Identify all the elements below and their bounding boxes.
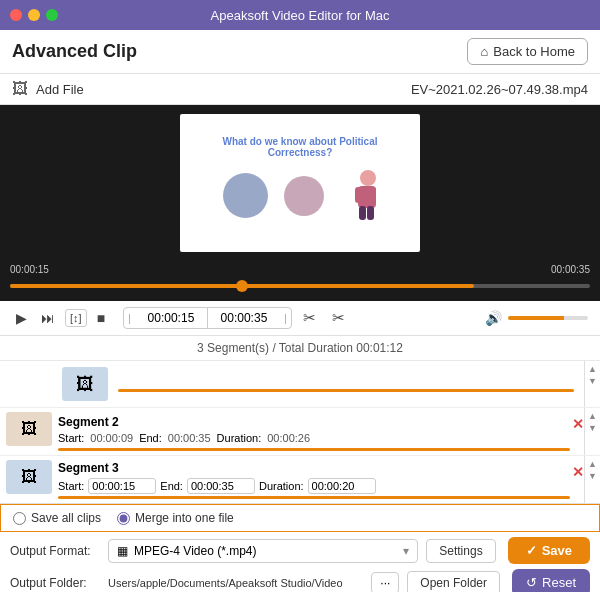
save-all-clips-option[interactable]: Save all clips <box>13 511 101 525</box>
seg3-down-arrow[interactable]: ▼ <box>588 471 597 481</box>
segment-3-meta: Start: End: Duration: <box>58 478 564 494</box>
timeline-track[interactable] <box>10 277 590 295</box>
controls-bar: ▶ ⏭ [↕] ■ | 00:00:15 00:00:35 | ✂ ✂ 🔊 <box>0 301 600 336</box>
time-bracket-right: | <box>280 310 291 326</box>
reset-icon: ↺ <box>526 575 537 590</box>
play-button[interactable]: ▶ <box>12 308 31 328</box>
volume-icon: 🔊 <box>485 310 502 326</box>
clip-button[interactable]: ✂ <box>298 307 321 329</box>
figure-icon <box>340 168 378 223</box>
format-icon: ▦ <box>117 544 128 558</box>
frame-step-button[interactable]: [↕] <box>65 309 87 327</box>
seg2-end-value: 00:00:35 <box>168 432 211 444</box>
folder-label: Output Folder: <box>10 576 100 590</box>
video-caption: What do we know about Political Correctn… <box>190 136 410 158</box>
segment-3-title: Segment 3 <box>58 461 564 475</box>
video-frame: What do we know about Political Correctn… <box>180 114 420 252</box>
back-home-button[interactable]: ⌂ Back to Home <box>467 38 588 65</box>
window-controls <box>10 9 58 21</box>
seg2-up-arrow[interactable]: ▲ <box>588 411 597 421</box>
segments-list: 🖼 ▲ ▼ 🖼 Segment 2 Start: 00:00:09 End: 0… <box>0 361 600 504</box>
reset-button[interactable]: ↺ Reset <box>512 569 590 592</box>
seg3-up-arrow[interactable]: ▲ <box>588 459 597 469</box>
svg-rect-3 <box>368 187 376 203</box>
save-all-clips-radio[interactable] <box>13 512 26 525</box>
video-circles <box>223 168 378 223</box>
seg2-dur-value: 00:00:26 <box>267 432 310 444</box>
home-icon: ⌂ <box>480 44 488 59</box>
timeline-end-label: 00:00:35 <box>551 264 590 275</box>
scroll-up-arrow[interactable]: ▲ <box>588 364 597 374</box>
seg2-down-arrow[interactable]: ▼ <box>588 423 597 433</box>
volume-slider[interactable] <box>508 316 588 320</box>
close-window-button[interactable] <box>10 9 22 21</box>
seg3-end-label: End: <box>160 480 183 492</box>
save-check-icon: ✓ <box>526 543 537 558</box>
format-label: Output Format: <box>10 544 100 558</box>
stop-button[interactable]: ■ <box>93 308 109 328</box>
segment-2-meta: Start: 00:00:09 End: 00:00:35 Duration: … <box>58 432 564 444</box>
svg-rect-4 <box>359 206 366 220</box>
open-folder-button[interactable]: Open Folder <box>407 571 500 593</box>
svg-point-0 <box>360 170 376 186</box>
segment-3-thumb: 🖼 <box>6 460 52 494</box>
browse-folder-button[interactable]: ··· <box>371 572 399 593</box>
timeline-start-label: 00:00:15 <box>10 264 49 275</box>
circle-left <box>223 173 268 218</box>
add-file-icon: 🖼 <box>12 80 28 98</box>
segments-info: 3 Segment(s) / Total Duration 00:01:12 <box>0 336 600 361</box>
timeline-area[interactable]: 00:00:15 00:00:35 <box>0 260 600 301</box>
save-button[interactable]: ✓ Save <box>508 537 590 564</box>
video-preview-area: What do we know about Political Correctn… <box>0 105 600 260</box>
segment-2-bar-area <box>0 448 600 455</box>
segment-1-bar <box>118 389 574 392</box>
timeline-thumb[interactable] <box>236 280 248 292</box>
time-start-input[interactable]: 00:00:15 <box>135 308 207 328</box>
time-range-input[interactable]: | 00:00:15 00:00:35 | <box>123 307 292 329</box>
save-all-clips-label: Save all clips <box>31 511 101 525</box>
merge-label: Merge into one file <box>135 511 234 525</box>
header: Advanced Clip ⌂ Back to Home <box>0 30 600 74</box>
file-name: EV~2021.02.26~07.49.38.mp4 <box>411 82 588 97</box>
merge-radio[interactable] <box>117 512 130 525</box>
app-title: Apeaksoft Video Editor for Mac <box>211 8 390 23</box>
time-end-input[interactable]: 00:00:35 <box>208 308 280 328</box>
output-area: Output Format: ▦ MPEG-4 Video (*.mp4) ▾ … <box>0 532 600 592</box>
segment-scroll-arrows: ▲ ▼ <box>584 361 600 407</box>
chevron-down-icon: ▾ <box>403 544 409 558</box>
segment-3-remove-button[interactable]: ✕ <box>572 464 584 480</box>
seg2-end-label: End: <box>139 432 162 444</box>
segment-2-thumb: 🖼 <box>6 412 52 446</box>
svg-rect-2 <box>355 187 363 203</box>
scissors-button[interactable]: ✂ <box>327 307 350 329</box>
maximize-window-button[interactable] <box>46 9 58 21</box>
page-title: Advanced Clip <box>12 41 137 62</box>
segment-2-row: 🖼 Segment 2 Start: 00:00:09 End: 00:00:3… <box>0 407 600 455</box>
merge-option[interactable]: Merge into one file <box>117 511 234 525</box>
segment-1-thumb: 🖼 <box>62 367 108 401</box>
segment-2-title: Segment 2 <box>58 415 564 429</box>
minimize-window-button[interactable] <box>28 9 40 21</box>
action-buttons: ✓ Save <box>508 537 590 564</box>
settings-button[interactable]: Settings <box>426 539 495 563</box>
timeline-labels: 00:00:15 00:00:35 <box>10 264 590 275</box>
reset-button-area: ↺ Reset <box>512 569 590 592</box>
segment-2-remove-button[interactable]: ✕ <box>572 416 584 432</box>
title-bar: Apeaksoft Video Editor for Mac <box>0 0 600 30</box>
fast-forward-button[interactable]: ⏭ <box>37 308 59 328</box>
output-folder-row: Output Folder: Users/apple/Documents/Ape… <box>10 569 590 592</box>
segment-3-bar <box>58 496 570 499</box>
time-bracket-left: | <box>124 310 135 326</box>
output-format-row: Output Format: ▦ MPEG-4 Video (*.mp4) ▾ … <box>10 537 590 564</box>
format-value: MPEG-4 Video (*.mp4) <box>134 544 397 558</box>
seg3-duration-input[interactable] <box>308 478 376 494</box>
volume-area: 🔊 <box>485 310 588 326</box>
add-file-label[interactable]: Add File <box>36 82 84 97</box>
seg3-end-input[interactable] <box>187 478 255 494</box>
seg3-start-input[interactable] <box>88 478 156 494</box>
svg-rect-5 <box>367 206 374 220</box>
segment-3-arrows: ▲ ▼ <box>584 456 600 503</box>
scroll-down-arrow[interactable]: ▼ <box>588 376 597 386</box>
format-select-dropdown[interactable]: ▦ MPEG-4 Video (*.mp4) ▾ <box>108 539 418 563</box>
timeline-bar[interactable] <box>10 284 590 288</box>
